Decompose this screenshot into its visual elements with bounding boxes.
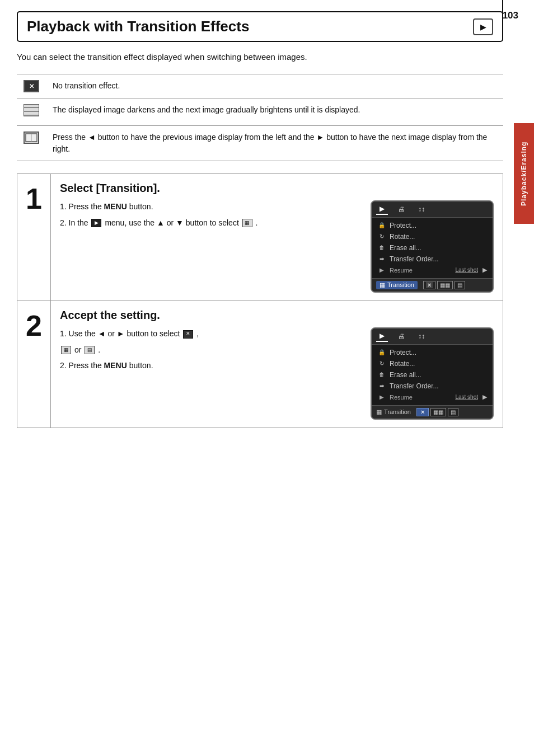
- effect-row-1: ✕ No transition effect.: [17, 74, 503, 98]
- menu-item-erase-1: 🗑 Erase all...: [372, 242, 493, 253]
- grid-select-icon-2: ▦: [61, 346, 71, 354]
- fade-transition-icon: [24, 104, 39, 116]
- playback-symbol: ▶: [480, 22, 486, 31]
- menu-item-resume-1: ▶ Resume Last shot ▶: [372, 265, 493, 276]
- menu-item-rotate-1: ↻ Rotate...: [372, 231, 493, 242]
- x-select-icon: ✕: [183, 330, 193, 339]
- step-1-instruction-1: 1. Press the MENU button.: [60, 200, 362, 214]
- transition-footer-active-1: ▦ Transition: [376, 281, 418, 289]
- grid-select-icon-1: ▦: [242, 219, 252, 227]
- menu-item-erase-2: 🗑 Erase all...: [372, 369, 493, 381]
- step-1-row: 1 Select [Transition]. 1. Press the MENU…: [17, 173, 503, 301]
- effect-icon-cell-3: [17, 125, 46, 161]
- step-2-content: Accept the setting. 1. Use the ◄ or ► bu…: [51, 301, 503, 428]
- menu-tab-print-2: 🖨: [395, 331, 408, 341]
- transition-footer-icon-1: ▦: [380, 281, 385, 289]
- menu-tab-settings-1: ↕↕: [415, 204, 428, 214]
- protect-icon-1: 🔒: [377, 222, 386, 229]
- menu-item-transfer-2: ➡ Transfer Order...: [372, 381, 493, 392]
- step-2-instruction-2: 2. Press the MENU button.: [60, 359, 362, 373]
- step-2-title: Accept the setting.: [60, 309, 494, 322]
- rotate-icon-2: ↻: [377, 360, 386, 368]
- step-1-number: 1: [17, 174, 51, 300]
- step-1-text: 1. Press the MENU button. 2. In the ▶ me…: [60, 200, 362, 233]
- menu-items-2: 🔒 Protect... ↻ Rotate... 🗑 Erase all...: [372, 345, 493, 405]
- footer-option-x-2: ✕: [416, 408, 429, 416]
- effect-icon-cell-1: ✕: [17, 74, 46, 98]
- rotate-icon-1: ↻: [377, 233, 386, 241]
- sidebar-label: Playback/Erasing: [514, 123, 534, 224]
- title-box: Playback with Transition Effects ▶: [17, 11, 503, 42]
- transfer-icon-1: ➡: [377, 255, 386, 263]
- menu-footer-1: ▦ Transition ✕ ▦▦ ▤: [372, 278, 493, 292]
- menu-header-1: ▶ 🖨 ↕↕: [372, 201, 493, 218]
- effect-desc-1: No transition effect.: [46, 74, 503, 98]
- slide-transition-icon: [24, 132, 39, 144]
- play-menu-icon-1: ▶: [91, 219, 101, 227]
- menu-header-2: ▶ 🖨 ↕↕: [372, 328, 493, 345]
- resume-icon-1: ▶: [377, 266, 386, 274]
- menu-item-resume-2: ▶ Resume Last shot ▶: [372, 392, 493, 403]
- transfer-icon-2: ➡: [377, 382, 386, 390]
- menu-item-protect-2: 🔒 Protect...: [372, 347, 493, 358]
- page-number: 103: [503, 10, 518, 21]
- erase-icon-1: 🗑: [377, 244, 386, 252]
- effect-row-2: The displayed image darkens and the next…: [17, 98, 503, 125]
- menu-tab-settings-2: ↕↕: [415, 331, 428, 341]
- step-2-text: 1. Use the ◄ or ► button to select ✕ , ▦…: [60, 327, 362, 375]
- effect-row-3: Press the ◄ button to have the previous …: [17, 125, 503, 161]
- step-2-instruction-1b: ▦ or ▤ .: [60, 344, 362, 357]
- step-2-body: 1. Use the ◄ or ► button to select ✕ , ▦…: [60, 327, 494, 420]
- footer-option-x-1: ✕: [423, 281, 435, 289]
- effects-table: ✕ No transition effect. The displayed im…: [17, 74, 503, 161]
- slide-select-icon: ▤: [85, 346, 95, 354]
- menu-items-1: 🔒 Protect... ↻ Rotate... 🗑 Erase all...: [372, 218, 493, 278]
- camera-menu-1: ▶ 🖨 ↕↕ 🔒 Protect... ↻ Rotate...: [371, 200, 494, 293]
- footer-option-slide-1: ▤: [455, 281, 465, 289]
- step-1-title: Select [Transition].: [60, 182, 494, 195]
- main-content: Playback with Transition Effects ▶ You c…: [17, 0, 503, 428]
- step-2-row: 2 Accept the setting. 1. Use the ◄ or ► …: [17, 301, 503, 428]
- menu-item-transfer-1: ➡ Transfer Order...: [372, 253, 493, 265]
- resume-icon-2: ▶: [377, 393, 386, 401]
- footer-options-1: ✕ ▦▦ ▤: [423, 281, 465, 289]
- effect-desc-2: The displayed image darkens and the next…: [46, 98, 503, 125]
- menu-footer-2: ▦ Transition ✕ ▦▦ ▤: [372, 405, 493, 419]
- footer-option-slide-2: ▤: [448, 408, 458, 416]
- transition-footer-icon-2: ▦: [376, 408, 382, 416]
- menu-tab-play-1: ▶: [376, 204, 388, 215]
- page-title: Playback with Transition Effects: [27, 18, 249, 35]
- erase-icon-2: 🗑: [377, 371, 386, 379]
- steps-container: 1 Select [Transition]. 1. Press the MENU…: [17, 173, 503, 428]
- transition-footer-2: ▦ Transition: [376, 408, 411, 416]
- footer-option-grid-1: ▦▦: [437, 281, 453, 289]
- slide-icon-svg: [25, 133, 38, 142]
- description-text: You can select the transition effect dis…: [17, 51, 503, 64]
- footer-options-2: ✕ ▦▦ ▤: [416, 408, 458, 416]
- camera-menu-2: ▶ 🖨 ↕↕ 🔒 Protect... ↻ Rotate...: [371, 327, 494, 420]
- playback-icon: ▶: [473, 18, 493, 35]
- effect-icon-cell-2: [17, 98, 46, 125]
- step-1-instruction-2: 2. In the ▶ menu, use the ▲ or ▼ button …: [60, 217, 362, 230]
- effect-desc-3: Press the ◄ button to have the previous …: [46, 125, 503, 161]
- step-2-instruction-1: 1. Use the ◄ or ► button to select ✕ ,: [60, 327, 362, 341]
- step-1-content: Select [Transition]. 1. Press the MENU b…: [51, 174, 503, 300]
- protect-icon-2: 🔒: [377, 349, 386, 356]
- menu-tab-play-2: ▶: [376, 331, 388, 342]
- menu-tab-print-1: 🖨: [395, 204, 408, 214]
- step-1-body: 1. Press the MENU button. 2. In the ▶ me…: [60, 200, 494, 293]
- menu-item-rotate-2: ↻ Rotate...: [372, 358, 493, 369]
- footer-option-grid-2: ▦▦: [430, 408, 446, 416]
- no-transition-icon: ✕: [24, 80, 39, 92]
- menu-item-protect-1: 🔒 Protect...: [372, 220, 493, 231]
- step-2-number: 2: [17, 301, 51, 428]
